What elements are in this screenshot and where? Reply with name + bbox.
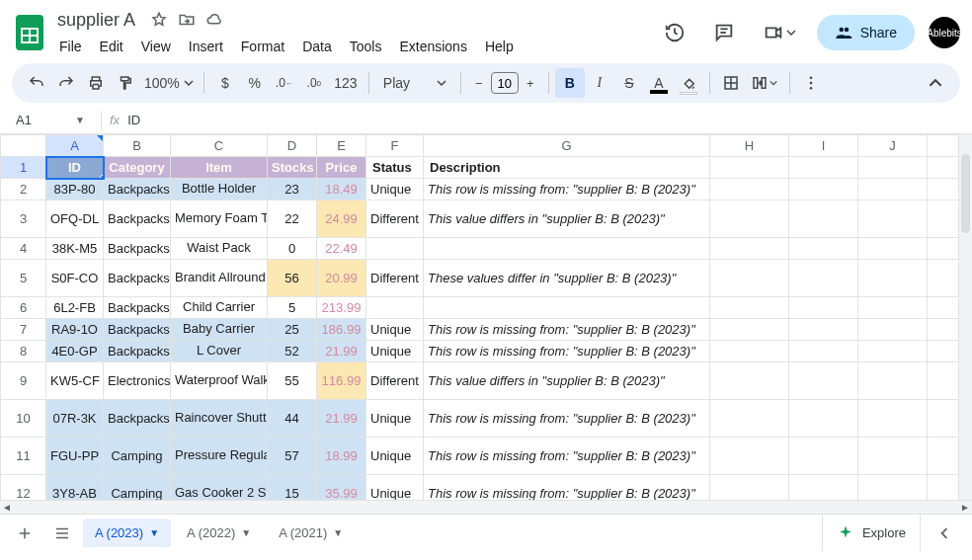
col-header-B[interactable]: B xyxy=(104,135,171,157)
cell[interactable]: Camping xyxy=(104,438,171,475)
cell[interactable] xyxy=(710,157,789,179)
cell[interactable] xyxy=(424,297,710,319)
cell[interactable]: 23 xyxy=(268,179,317,200)
cell[interactable]: Memory Foam Travel Pillow xyxy=(171,200,268,238)
name-box[interactable]: A1 ▼ xyxy=(4,113,93,127)
cell[interactable]: 24.99 xyxy=(317,200,366,238)
cell[interactable] xyxy=(858,157,928,179)
col-header-A[interactable]: A xyxy=(46,135,104,157)
document-title[interactable]: supplier A xyxy=(51,9,141,32)
menu-help[interactable]: Help xyxy=(477,35,522,58)
cell[interactable] xyxy=(858,260,928,297)
cell[interactable]: Waterproof Walkie Talkie xyxy=(171,362,268,400)
cell[interactable]: Bottle Holder xyxy=(171,179,268,200)
italic-button[interactable]: I xyxy=(585,68,614,98)
cell[interactable] xyxy=(789,475,858,501)
row-header[interactable]: 4 xyxy=(1,238,46,260)
cell[interactable]: Camping xyxy=(104,475,171,501)
cell[interactable]: 5 xyxy=(268,297,317,319)
cell[interactable]: 20.99 xyxy=(317,260,366,297)
move-icon[interactable] xyxy=(177,10,197,30)
cell[interactable] xyxy=(858,179,928,200)
cell[interactable] xyxy=(789,179,858,200)
cell[interactable]: 4E0-GP xyxy=(46,341,104,362)
collapse-toolbar-button[interactable] xyxy=(921,68,950,98)
cell[interactable]: Unique xyxy=(366,319,424,341)
bold-button[interactable]: B xyxy=(555,68,585,98)
cell[interactable]: 0 xyxy=(268,238,317,260)
horizontal-scrollbar[interactable]: ◄ ► xyxy=(0,500,972,514)
cell[interactable]: Backpacks xyxy=(104,238,171,260)
sheet-tab[interactable]: A (2021)▼ xyxy=(267,519,355,547)
cell[interactable]: 44 xyxy=(268,400,317,438)
cell[interactable]: Backpacks xyxy=(104,319,171,341)
menu-format[interactable]: Format xyxy=(233,35,292,58)
cell[interactable] xyxy=(789,200,858,238)
cell[interactable] xyxy=(789,319,858,341)
cell[interactable] xyxy=(710,438,789,475)
strikethrough-button[interactable]: S xyxy=(614,68,644,98)
cell-B1[interactable]: Category xyxy=(104,157,171,179)
print-button[interactable] xyxy=(81,68,111,98)
cell[interactable]: Unique xyxy=(366,179,424,200)
cell[interactable]: Backpacks xyxy=(104,179,171,200)
decrease-decimal-button[interactable]: .0← xyxy=(270,68,299,98)
cell[interactable] xyxy=(710,475,789,501)
format-percent-button[interactable]: % xyxy=(240,68,270,98)
share-button[interactable]: Share xyxy=(817,15,915,50)
fill-color-button[interactable] xyxy=(674,68,703,98)
row-header[interactable]: 11 xyxy=(1,438,46,475)
all-sheets-button[interactable] xyxy=(45,519,79,548)
col-header-D[interactable]: D xyxy=(268,135,317,157)
cell[interactable] xyxy=(710,341,789,362)
cell[interactable] xyxy=(789,341,858,362)
cell[interactable] xyxy=(710,362,789,400)
cell[interactable]: These values differ in "supplier B: B (2… xyxy=(424,260,710,297)
spreadsheet-grid[interactable]: ABCDEFGHIJK1IDCategoryItemStocksPriceSta… xyxy=(0,134,972,500)
row-header[interactable]: 9 xyxy=(1,362,46,400)
cell[interactable]: 213.99 xyxy=(317,297,366,319)
font-size-input[interactable] xyxy=(491,72,519,94)
cell[interactable]: 57 xyxy=(268,438,317,475)
cell[interactable] xyxy=(710,400,789,438)
cell[interactable]: Waist Pack xyxy=(171,238,268,260)
cell[interactable]: Unique xyxy=(366,438,424,475)
history-icon[interactable] xyxy=(657,15,692,50)
menu-insert[interactable]: Insert xyxy=(181,35,231,58)
add-sheet-button[interactable] xyxy=(8,519,41,548)
cell[interactable]: This value differs in "supplier B: B (20… xyxy=(424,362,710,400)
more-toolbar-button[interactable] xyxy=(796,68,826,98)
menu-file[interactable]: File xyxy=(51,35,90,58)
cell[interactable]: 83P-80 xyxy=(46,179,104,200)
merge-cells-button[interactable] xyxy=(746,68,783,98)
cell[interactable]: Child Carrier xyxy=(171,297,268,319)
cell[interactable]: Backpacks xyxy=(104,341,171,362)
cell[interactable]: Backpacks xyxy=(104,200,171,238)
menu-tools[interactable]: Tools xyxy=(342,35,390,58)
format-currency-button[interactable]: $ xyxy=(210,68,240,98)
row-header[interactable]: 8 xyxy=(1,341,46,362)
cell[interactable]: 15 xyxy=(268,475,317,501)
scroll-left-icon[interactable]: ◄ xyxy=(0,501,14,514)
cell[interactable] xyxy=(858,400,928,438)
cell[interactable]: 21.99 xyxy=(317,341,366,362)
chevron-down-icon[interactable]: ▼ xyxy=(149,527,159,538)
cell[interactable] xyxy=(858,297,928,319)
row-header[interactable]: 10 xyxy=(1,400,46,438)
cell[interactable]: 25 xyxy=(268,319,317,341)
cell[interactable]: Different xyxy=(366,200,424,238)
cell[interactable]: 22.49 xyxy=(317,238,366,260)
cell[interactable]: Unique xyxy=(366,400,424,438)
cell[interactable]: Different xyxy=(366,362,424,400)
cell-D1[interactable]: Stocks xyxy=(268,157,317,179)
cell[interactable] xyxy=(424,238,710,260)
cell[interactable]: Unique xyxy=(366,341,424,362)
menu-data[interactable]: Data xyxy=(294,35,340,58)
increase-decimal-button[interactable]: .00 xyxy=(299,68,329,98)
chevron-down-icon[interactable]: ▼ xyxy=(241,527,251,538)
cell[interactable] xyxy=(858,319,928,341)
col-header-I[interactable]: I xyxy=(789,135,858,157)
paint-format-button[interactable] xyxy=(111,68,140,98)
select-all-corner[interactable] xyxy=(1,135,46,157)
sheet-tab[interactable]: A (2023)▼ xyxy=(83,519,171,547)
